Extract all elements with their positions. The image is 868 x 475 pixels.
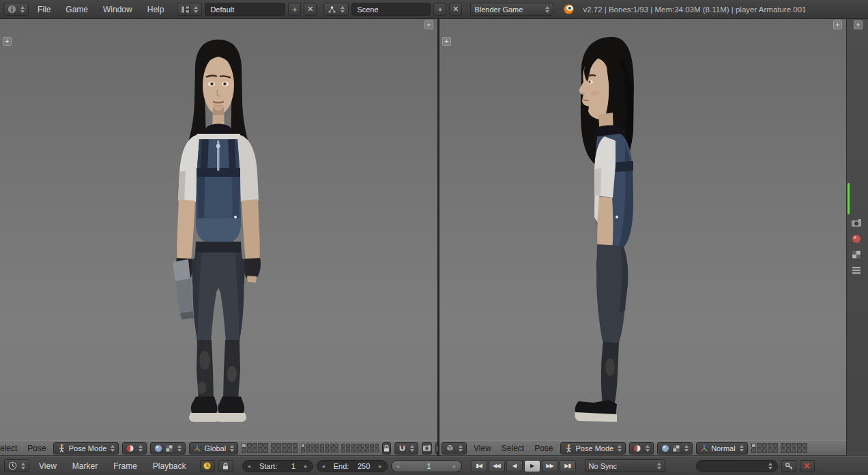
layer-cell[interactable] [282, 448, 287, 453]
layer-cell[interactable] [370, 448, 374, 452]
editor-type-dropdown-timeline[interactable] [4, 459, 29, 472]
layer-cell[interactable] [757, 448, 762, 453]
layer-cell[interactable] [356, 448, 360, 452]
layer-cell[interactable] [276, 443, 281, 448]
delete-scene-button[interactable]: ✕ [449, 3, 462, 16]
layer-cell[interactable] [346, 444, 350, 448]
menu-marker[interactable]: Marker [66, 461, 104, 471]
layer-cell[interactable] [306, 448, 310, 452]
menu-game[interactable]: Game [59, 5, 94, 14]
shading-dropdown[interactable] [150, 442, 186, 455]
layer-cell[interactable] [341, 448, 345, 452]
layer-cell[interactable] [293, 448, 298, 453]
start-frame-field[interactable]: ◂ Start: 1 ▸ [242, 460, 313, 472]
layer-cell[interactable] [330, 444, 334, 448]
sync-mode-dropdown[interactable]: No Sync [585, 459, 665, 472]
menu-frame[interactable]: Frame [107, 461, 143, 471]
character-model-front[interactable] [0, 19, 437, 440]
scene-layers-widget[interactable] [751, 443, 807, 453]
layer-cell[interactable] [334, 448, 338, 452]
layer-cell[interactable] [365, 444, 369, 448]
decrement-arrow-icon[interactable]: ◂ [248, 463, 251, 470]
render-tab-icon[interactable] [851, 218, 862, 228]
lock-button[interactable] [382, 442, 391, 455]
layer-cell[interactable] [757, 443, 762, 448]
layer-cell[interactable] [242, 448, 246, 453]
delete-keyframe-button[interactable] [800, 460, 815, 472]
split-area-handle[interactable]: + [424, 20, 433, 29]
layer-cell[interactable] [360, 448, 364, 452]
layer-cell[interactable] [768, 448, 772, 453]
end-frame-field[interactable]: ◂ End: 250 ▸ [317, 460, 388, 472]
layer-cell[interactable] [781, 443, 785, 448]
jump-to-end-button[interactable]: ▶▮ [560, 460, 576, 472]
play-reverse-button[interactable]: ◀ [506, 460, 523, 472]
layer-cell[interactable] [351, 448, 355, 452]
layer-cell[interactable] [351, 444, 355, 448]
next-keyframe-button[interactable]: ▶▶ [542, 460, 558, 472]
layer-cell[interactable] [797, 443, 802, 448]
layer-cell[interactable] [762, 448, 767, 453]
material-tab-icon[interactable] [851, 234, 862, 244]
menu-file[interactable]: File [31, 5, 57, 14]
layer-cell[interactable] [751, 448, 756, 453]
scene-layers-widget[interactable] [242, 443, 298, 453]
viewport-front-canvas[interactable]: + + [0, 19, 437, 440]
layer-cell[interactable] [325, 444, 329, 448]
layer-cell[interactable] [762, 443, 767, 448]
increment-arrow-icon[interactable]: ▸ [304, 463, 308, 470]
layer-cell[interactable] [786, 443, 791, 448]
render-engine-dropdown[interactable]: Blender Game [470, 3, 553, 16]
screen-layout-dropdown[interactable] [177, 3, 202, 16]
play-button[interactable]: ▶ [524, 460, 540, 472]
menu-view[interactable]: View [470, 444, 495, 453]
current-frame-field[interactable]: ◂ 1 ▸ [391, 460, 462, 472]
layer-cell[interactable] [315, 448, 319, 452]
delete-layout-button[interactable]: ✕ [304, 3, 317, 16]
viewport-side-canvas[interactable]: + + [439, 19, 846, 440]
layer-cell[interactable] [247, 448, 252, 453]
layer-cell[interactable] [360, 444, 364, 448]
layout-name-field[interactable]: Default [205, 3, 285, 16]
editor-type-dropdown-info[interactable] [3, 3, 29, 16]
render-animation-button[interactable] [435, 442, 437, 455]
properties-strip[interactable]: + [846, 19, 868, 456]
layer-cell[interactable] [282, 443, 287, 448]
layer-cell[interactable] [306, 444, 310, 448]
layer-cell[interactable] [310, 448, 315, 452]
layer-cell[interactable] [258, 443, 263, 448]
character-model-side[interactable] [439, 19, 846, 440]
layer-cell[interactable] [271, 443, 276, 448]
orientation-dropdown[interactable]: Normal [696, 442, 747, 455]
layer-cell[interactable] [271, 448, 276, 453]
split-area-handle[interactable]: + [3, 37, 12, 46]
preview-range-button[interactable] [200, 460, 215, 472]
snap-dropdown[interactable] [394, 442, 418, 455]
increment-arrow-icon[interactable]: ▸ [379, 463, 382, 470]
add-layout-button[interactable]: + [288, 3, 301, 16]
layer-cell[interactable] [293, 443, 298, 448]
layer-cell[interactable] [786, 448, 791, 453]
layer-cell[interactable] [252, 443, 257, 448]
layer-cell[interactable] [263, 448, 268, 453]
layer-cell[interactable] [346, 448, 350, 452]
layer-cell[interactable] [370, 444, 374, 448]
mode-dropdown[interactable]: Pose Mode [53, 442, 119, 455]
insert-keyframe-button[interactable] [781, 460, 796, 472]
layer-cell[interactable] [751, 443, 756, 448]
layer-cell[interactable] [252, 448, 257, 453]
prev-keyframe-button[interactable]: ◀◀ [489, 460, 505, 472]
decrement-arrow-icon[interactable]: ◂ [322, 463, 326, 470]
menu-select-cutoff[interactable]: elect [0, 444, 20, 453]
layer-cell[interactable] [276, 448, 281, 453]
scene-dropdown[interactable] [323, 3, 349, 16]
layer-cell[interactable] [773, 448, 778, 453]
layer-cell[interactable] [341, 444, 345, 448]
layer-cell[interactable] [301, 448, 305, 452]
armature-layers-widget[interactable] [301, 444, 379, 452]
pivot-dropdown[interactable] [122, 442, 147, 455]
layer-cell[interactable] [802, 443, 807, 448]
layer-cell[interactable] [768, 443, 772, 448]
menu-pose[interactable]: Pose [531, 444, 556, 453]
layer-cell[interactable] [797, 448, 802, 453]
